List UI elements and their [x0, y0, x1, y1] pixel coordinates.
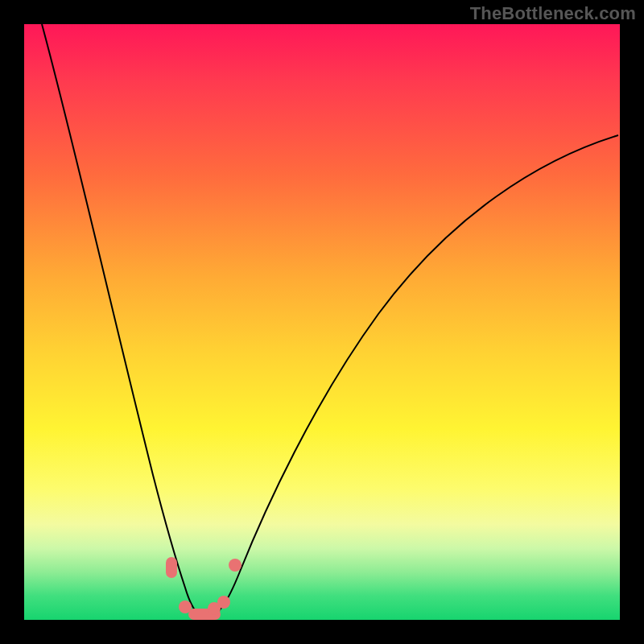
- bottleneck-curve-right: [204, 135, 618, 618]
- watermark-text: TheBottleneck.com: [470, 3, 636, 24]
- bottleneck-curve-left: [42, 24, 204, 618]
- data-marker: [166, 557, 177, 578]
- chart-container: TheBottleneck.com: [0, 0, 644, 644]
- data-marker: [217, 596, 230, 609]
- plot-area: [24, 24, 620, 620]
- curve-layer: [24, 24, 620, 620]
- data-marker: [229, 559, 242, 572]
